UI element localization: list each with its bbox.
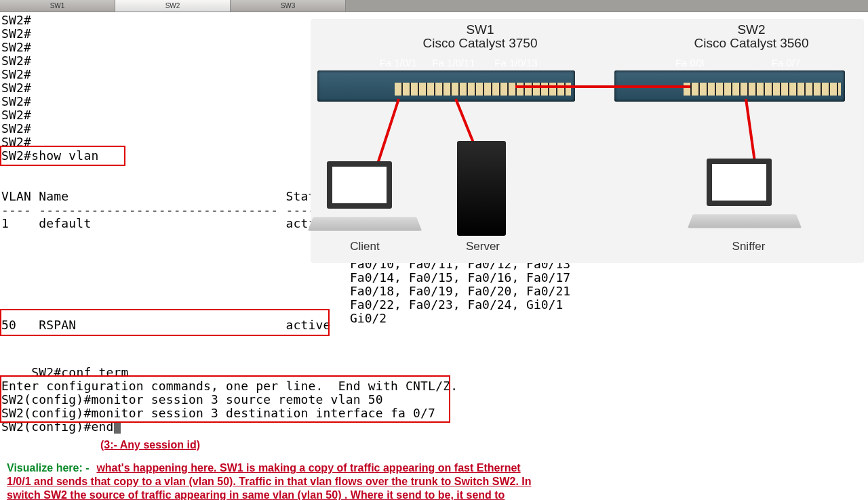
highlight-show-vlan — [0, 146, 125, 166]
vlan-row-default: 1 default active — [1, 217, 331, 230]
highlight-rspan-row — [0, 309, 330, 336]
cursor-icon — [114, 423, 121, 434]
tab-sw3[interactable]: SW3 — [231, 0, 346, 12]
sw1-title: SW1Cisco Catalyst 3750 — [406, 23, 555, 50]
sniffer-laptop-icon — [690, 159, 799, 240]
server-tower-icon — [457, 141, 506, 236]
label-sniffer: Sniffer — [715, 240, 783, 253]
sw2-title: SW2Cisco Catalyst 3560 — [677, 23, 826, 50]
port-fa1-0-11: Fa 1/0/11 — [430, 57, 477, 68]
vlan-header: VLAN Name Status ---- ------------------… — [1, 190, 353, 217]
port-fa0-3: Fa 0/3 — [666, 57, 713, 68]
page: SW2# SW2# SW2# SW2# SW2# SW2# SW2# SW2# … — [0, 12, 868, 500]
tab-sw2[interactable]: SW2 — [115, 0, 231, 12]
link-sw1-sw2 — [515, 85, 690, 88]
note-session-id: (3:- Any session id) — [100, 439, 200, 451]
port-fa0-7: Fa 0/7 — [762, 57, 810, 68]
label-client: Client — [331, 240, 399, 253]
highlight-config — [0, 375, 450, 423]
network-diagram: SW1Cisco Catalyst 3750 SW2Cisco Catalyst… — [311, 19, 864, 263]
note-visualize-label: Visualize here: - — [7, 462, 90, 474]
tab-sw1[interactable]: SW1 — [0, 0, 115, 12]
port-fa1-0-13: Fa 1/0/13 — [492, 57, 540, 68]
tab-bar: SW1 SW2 SW3 — [0, 0, 868, 12]
note-visualize: Visualize here: - what's happening here.… — [7, 461, 536, 500]
port-fa1-0-1: Fa 1/0/1 — [374, 57, 422, 68]
terminal-prompts: SW2# SW2# SW2# SW2# SW2# SW2# SW2# SW2# … — [1, 14, 31, 149]
client-laptop-icon — [311, 161, 419, 243]
label-server: Server — [449, 240, 517, 253]
